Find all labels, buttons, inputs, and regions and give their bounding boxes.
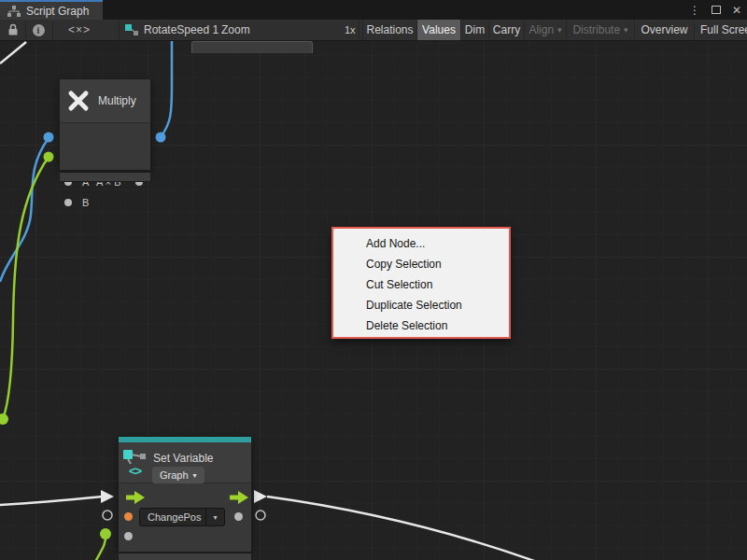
variable-name-value: ChangePos [140, 511, 205, 523]
menu-item-add-node[interactable]: Add Node... [333, 233, 509, 254]
wire-green-bottom[interactable] [95, 534, 106, 560]
distribute-label: Distribute [572, 23, 620, 36]
wire-green-input[interactable] [3, 157, 49, 419]
port-variable-input[interactable] [124, 512, 133, 521]
port-fallback-input[interactable] [124, 532, 133, 540]
flow-in-arrow-icon[interactable] [101, 490, 114, 503]
lock-button[interactable] [2, 20, 24, 40]
tab-title: Script Graph [26, 5, 89, 18]
chevron-down-icon: ▾ [205, 509, 224, 525]
tab-bar: Script Graph ⋮ ✕ [0, 0, 747, 20]
relations-label: Relations [366, 23, 413, 36]
set-variable-icon: <> [122, 448, 148, 480]
menu-item-delete-selection[interactable]: Delete Selection [333, 315, 509, 336]
green-connection-dot[interactable] [100, 528, 111, 539]
chevron-down-icon: ▾ [624, 25, 628, 35]
flow-input-arrow-icon[interactable] [126, 491, 146, 504]
values-button[interactable]: Values [416, 20, 460, 40]
scope-value: Graph [160, 469, 189, 481]
relations-button[interactable]: Relations [362, 20, 416, 40]
graph-canvas[interactable]: Multiply A A × B B Add Node... Copy Sele… [0, 41, 747, 560]
blue-connection-dot[interactable] [156, 133, 166, 143]
wire-flow-out[interactable] [267, 497, 537, 560]
unconnected-port-ring[interactable] [256, 511, 265, 520]
angle-brackets-icon: <> [129, 464, 141, 478]
multiply-icon [66, 89, 91, 113]
clipped-node-top[interactable] [191, 41, 313, 53]
context-menu: Add Node... Copy Selection Cut Selection… [331, 227, 511, 339]
unconnected-port-ring[interactable] [103, 511, 112, 520]
code-icon: <×> [68, 23, 91, 36]
graph-node-icon [124, 22, 139, 37]
overview-label: Overview [641, 23, 687, 36]
zoom-value: 1x [345, 20, 356, 40]
multiply-header[interactable]: Multiply [60, 79, 150, 123]
inspect-button[interactable]: i [27, 20, 49, 40]
toolbar-separator [119, 21, 120, 39]
graph-breadcrumb[interactable]: RotateSpeed 1 [124, 20, 218, 40]
set-variable-footer [118, 553, 252, 560]
green-connection-dot[interactable] [44, 152, 54, 162]
port-value-output[interactable] [234, 512, 243, 521]
overview-button[interactable]: Overview [634, 20, 694, 40]
window-controls: ⋮ ✕ [689, 0, 741, 20]
variable-name-dropdown[interactable]: ChangePos ▾ [139, 508, 225, 526]
variable-scope-dropdown[interactable]: Graph ▾ [152, 467, 204, 483]
full-screen-button[interactable]: Full Screen [694, 20, 747, 40]
window-menu-icon[interactable]: ⋮ [689, 5, 700, 16]
wire-flow-in[interactable] [0, 497, 103, 505]
distribute-button: Distribute ▾ [566, 20, 634, 40]
full-screen-label: Full Screen [700, 23, 747, 36]
multiply-body: A A × B B [60, 123, 150, 170]
set-variable-body: ChangePos ▾ [119, 483, 251, 552]
dim-label: Dim [465, 23, 485, 36]
maximize-icon[interactable] [712, 6, 721, 14]
menu-item-duplicate-selection[interactable]: Duplicate Selection [333, 295, 509, 315]
close-icon[interactable]: ✕ [732, 5, 741, 16]
context-menu-list: Add Node... Copy Selection Cut Selection… [333, 229, 509, 336]
wire-white-topleft[interactable] [0, 42, 26, 63]
info-icon: i [33, 24, 45, 36]
port-label-b: B [82, 197, 89, 208]
node-title: Multiply [98, 94, 136, 107]
align-label: Align [529, 23, 554, 36]
multiply-footer [59, 172, 151, 182]
carry-button[interactable]: Carry [488, 20, 524, 40]
flow-output-arrow-icon[interactable] [230, 491, 249, 504]
graph-name: RotateSpeed 1 [144, 23, 218, 36]
carry-label: Carry [493, 23, 520, 36]
toolbar-separator [25, 21, 26, 39]
lock-icon [7, 23, 19, 36]
node-multiply[interactable]: Multiply A A × B B [59, 78, 151, 171]
chevron-down-icon: ▾ [193, 471, 197, 480]
menu-item-copy-selection[interactable]: Copy Selection [333, 254, 509, 274]
tab-script-graph[interactable]: Script Graph [0, 0, 103, 20]
toolbar-separator [359, 21, 359, 39]
script-graph-icon [7, 6, 21, 17]
blue-connection-dot[interactable] [44, 133, 54, 143]
dim-button[interactable]: Dim [460, 20, 488, 40]
align-button: Align ▾ [524, 20, 566, 40]
set-variable-header[interactable]: <> Set Variable Graph ▾ [119, 442, 251, 483]
zoom-label: Zoom [221, 20, 250, 40]
value-preview-button[interactable]: <×> [56, 20, 103, 40]
wire-blue-output[interactable] [161, 41, 172, 137]
node-title: Set Variable [153, 452, 213, 465]
green-connection-dot[interactable] [0, 413, 8, 425]
port-input-b[interactable] [64, 199, 72, 206]
flow-out-arrow-icon[interactable] [254, 490, 267, 503]
menu-item-cut-selection[interactable]: Cut Selection [333, 274, 509, 295]
toolbar-separator [52, 21, 53, 39]
graph-toolbar: i <×> RotateSpeed 1 Zoom 1x Relations Va… [0, 20, 747, 41]
values-label: Values [422, 23, 456, 36]
node-set-variable[interactable]: <> Set Variable Graph ▾ ChangePos ▾ [118, 436, 252, 553]
wire-blue-input[interactable] [0, 138, 49, 282]
chevron-down-icon: ▾ [557, 25, 562, 35]
